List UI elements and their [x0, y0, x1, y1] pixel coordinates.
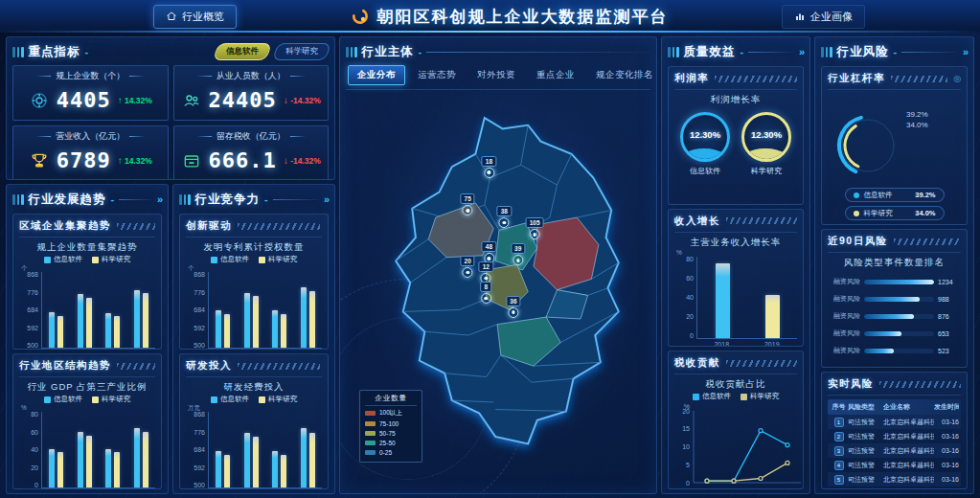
subpanel-title: 收入增长 [674, 215, 720, 228]
panel-line [119, 199, 152, 200]
kpi-delta: ↑ 14.32% [118, 155, 152, 166]
risk-table-row[interactable]: 2司法预警北京启科卓越科技有限公司03-16 [828, 429, 961, 443]
tab-规企变化排名[interactable]: 规企变化排名 [587, 66, 657, 84]
risk-rank-bar: 融资风险523 [828, 346, 961, 355]
risk-table-row[interactable]: 4司法预警北京启科卓越科技有限公司03-16 [828, 458, 961, 472]
subpanel-header: 创新驱动 [186, 217, 322, 238]
svg-text:15: 15 [682, 426, 690, 433]
tab-企业分布[interactable]: 企业分布 [348, 65, 405, 85]
panel-header: 行业发展趋势 - » [12, 189, 162, 210]
nav-label: 行业概览 [182, 10, 224, 24]
profit-gauge: 12.30%信息软件 [680, 112, 730, 176]
chart-patents: 发明专利累计授权数量信息软件科学研究868776684592500个201620… [186, 241, 322, 350]
chart-enterprise-agglomeration: 规上企业数量集聚趋势信息软件科学研究868776684592500个201620… [19, 241, 155, 350]
subpanel-profit-rate: 利润率 利润增长率 12.30%信息软件12.30%科学研究 [668, 66, 804, 205]
subpanel-header: 税收贡献 [674, 354, 797, 374]
leverage-arc-gauge: 39.2%34.0% [828, 90, 961, 193]
map-marker-18[interactable]: 18 [482, 156, 496, 178]
expand-arrows-icon[interactable]: » [157, 193, 162, 205]
map-marker-75[interactable]: 75 [461, 193, 475, 215]
kpi-toggle-research[interactable]: 科学研究 [272, 43, 331, 60]
chart-income-growth: 主营业务收入增长率806040200%20182019 [674, 237, 797, 348]
home-icon [166, 11, 177, 22]
map-marker-36[interactable]: 36 [506, 296, 520, 318]
chart-title: 利润增长率 [674, 94, 797, 106]
legend-swatch [365, 421, 376, 426]
subpanel-title: 研发投入 [186, 359, 232, 373]
risk-rank-bar: 融资风险653 [828, 328, 961, 338]
slash-decoration [726, 360, 797, 367]
trophy-icon [29, 150, 50, 171]
panel-dash: - [741, 46, 744, 57]
tab-对外投资[interactable]: 对外投资 [468, 66, 524, 84]
risk-rank-bar: 融资风险988 [828, 294, 961, 304]
svg-text:2017: 2017 [726, 487, 741, 489]
map-marker-39[interactable]: 39 [511, 243, 525, 265]
panel-header: 行业竞争力 - » [179, 189, 329, 210]
map-legend-item: 0-25 [365, 449, 417, 456]
map-legend-title: 企业数量 [365, 394, 417, 406]
slash-decoration [726, 217, 797, 224]
map-legend-item: 75-100 [365, 420, 417, 427]
svg-text:2019: 2019 [780, 487, 795, 489]
tab-bar: 企业分布运营态势对外投资重点企业规企变化排名 [346, 62, 650, 90]
realtime-risk-table: 序号风险类型企业名称发生时间1司法预警北京启科卓越科技有限公司03-162司法预… [828, 399, 961, 489]
map-marker-38[interactable]: 38 [497, 206, 512, 228]
subpanel-innovation: 创新驱动 发明专利累计授权数量信息软件科学研究868776684592500个2… [179, 214, 329, 350]
info-icon[interactable]: ◎ [953, 74, 961, 83]
kpi-card: 规上企业数（个）4405↑ 14.32% [12, 65, 169, 121]
risk-table-row[interactable]: 6司法预警北京启科卓越科技有限公司03-16 [828, 487, 961, 489]
kpi-value: 666.1 [209, 148, 277, 172]
map-marker-105[interactable]: 105 [526, 217, 544, 239]
svg-text:2018: 2018 [753, 487, 768, 489]
subpanel-realtime-risk: 实时风险 序号风险类型企业名称发生时间1司法预警北京启科卓越科技有限公司03-1… [821, 372, 968, 489]
subpanel-tax-contribution: 税收贡献 税收贡献占比信息软件科学研究20151050%201620172018… [668, 351, 804, 489]
panel-title: 行业发展趋势 [29, 192, 106, 208]
kpi-toggle-software[interactable]: 信息软件 [213, 43, 272, 60]
risk-table-row[interactable]: 1司法预警北京启科卓越科技有限公司03-16 [828, 415, 961, 429]
kpi-label: 从业人员数（人） [217, 70, 285, 82]
panel-dash: - [111, 193, 115, 205]
svg-text:39.2%: 39.2% [906, 110, 928, 119]
expand-arrows-icon[interactable]: » [799, 46, 804, 57]
kpi-card: 从业人员数（人）24405↓ -14.32% [173, 65, 330, 121]
panel-key-indicators: 重点指标 - 信息软件科学研究 规上企业数（个）4405↑ 14.32%从业人员… [6, 36, 335, 180]
subpanel-title: 利润率 [674, 72, 709, 85]
subpanel-leverage: 行业杠杆率 ◎ 39.2%34.0% 信息软件39.2%科学研究34.0% [821, 66, 968, 225]
people-icon [181, 90, 202, 111]
expand-arrows-icon[interactable]: » [963, 46, 968, 57]
chart-risk-ranking: 风险类型事件数量排名融资风险1234融资风险988融资风险876融资风险653融… [828, 257, 961, 355]
enterprise-icon [29, 90, 50, 111]
panel-line [426, 52, 650, 53]
chart-gdp-share: 行业 GDP 占第三产业比例信息软件科学研究806040200%20162017… [19, 381, 155, 489]
map-marker-48[interactable]: 48 [482, 241, 496, 263]
slash-decoration [238, 363, 320, 370]
table-header-row: 序号风险类型企业名称发生时间 [828, 399, 961, 415]
svg-text:%: % [684, 403, 690, 410]
panel-industry-trends: 行业发展趋势 - » 区域企业集聚趋势 规上企业数量集聚趋势信息软件科学研究86… [6, 184, 169, 494]
risk-table-row[interactable]: 5司法预警北京启科卓越科技有限公司03-16 [828, 472, 961, 487]
panel-dash: - [85, 46, 89, 57]
tab-运营态势[interactable]: 运营态势 [409, 66, 465, 84]
map-marker-12[interactable]: 12 [479, 261, 493, 283]
subpanel-rnd-investment: 研发投入 研发经费投入信息软件科学研究868776684592500万元2016… [179, 353, 329, 489]
map-marker-8[interactable]: 8 [480, 282, 491, 304]
map-legend-item: 25-50 [365, 440, 417, 446]
panel-title: 行业风险 [837, 44, 889, 60]
panel-dash: - [419, 46, 422, 57]
expand-arrows-icon[interactable]: » [324, 193, 329, 205]
panel-bars-icon [12, 194, 24, 205]
kpi-value: 6789 [57, 148, 111, 172]
svg-text:2016: 2016 [699, 487, 715, 489]
slash-decoration [891, 76, 947, 82]
panel-header: 质量效益 - » [668, 41, 804, 62]
kpi-value: 24405 [209, 88, 277, 112]
nav-industry-overview[interactable]: 行业概览 [153, 5, 237, 29]
risk-table-row[interactable]: 3司法预警北京启科卓越科技有限公司03-16 [828, 443, 961, 458]
slash-decoration [715, 76, 797, 82]
profit-gauge: 12.30%科学研究 [741, 112, 791, 176]
subpanel-income-growth: 收入增长 主营业务收入增长率806040200%20182019 [668, 209, 804, 348]
map-marker-20[interactable]: 20 [461, 256, 475, 278]
tab-重点企业[interactable]: 重点企业 [528, 66, 583, 84]
nav-enterprise-profile[interactable]: 企业画像 [782, 5, 865, 29]
